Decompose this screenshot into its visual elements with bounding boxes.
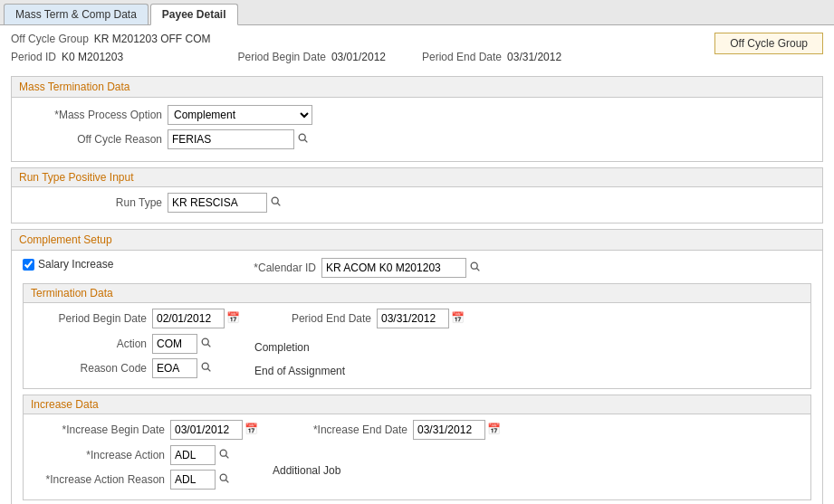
header-section: Off Cycle Group KR M201203 OFF COM Perio…: [11, 33, 823, 69]
calendar-id-input[interactable]: [321, 258, 466, 278]
main-content: Off Cycle Group KR M201203 OFF COM Perio…: [0, 25, 834, 504]
increase-begin-date-cal-icon[interactable]: 📅: [244, 423, 259, 437]
period-begin-date-label: Period Begin Date: [238, 51, 331, 63]
off-cycle-reason-label: Off Cycle Reason: [23, 133, 168, 146]
increase-data-header: Increase Data: [23, 395, 811, 414]
svg-point-2: [272, 197, 278, 204]
increase-action-description: Additional Job: [273, 464, 340, 477]
termination-data-body: Period Begin Date 📅 Period End Date 📅 Ac…: [23, 303, 811, 389]
increase-end-date-input[interactable]: [413, 420, 485, 440]
increase-action-reason-input[interactable]: [170, 470, 216, 490]
off-cycle-group-button[interactable]: Off Cycle Group: [714, 33, 823, 54]
svg-point-8: [202, 363, 208, 369]
period-id-value: K0 M201203: [62, 51, 123, 63]
svg-point-0: [299, 134, 305, 140]
off-cycle-reason-input[interactable]: [168, 129, 294, 149]
mass-termination-body: *Mass Process Option Complement Other Of…: [11, 97, 823, 162]
svg-line-13: [225, 480, 228, 482]
increase-data-body: *Increase Begin Date 📅 *Increase End Dat…: [23, 414, 811, 500]
off-cycle-group-value: KR M201203 OFF COM: [94, 33, 211, 45]
tab-mass-term[interactable]: Mass Term & Comp Data: [4, 4, 149, 24]
mass-termination-header: Mass Termination Data: [11, 76, 823, 97]
off-cycle-group-label: Off Cycle Group: [11, 33, 94, 45]
increase-action-search-icon[interactable]: [218, 448, 233, 462]
svg-line-5: [476, 268, 479, 271]
term-period-end-cal-icon[interactable]: 📅: [451, 311, 465, 326]
svg-line-11: [225, 455, 228, 458]
svg-line-9: [207, 368, 210, 371]
svg-line-7: [207, 344, 210, 347]
mass-process-option-label: *Mass Process Option: [23, 109, 168, 121]
reason-code-input[interactable]: [152, 358, 197, 378]
action-description: Completion: [254, 341, 345, 354]
svg-point-10: [220, 450, 226, 456]
calendar-id-label: *Calendar ID: [231, 262, 321, 274]
action-search-icon[interactable]: [200, 337, 215, 351]
period-id-label: Period ID: [11, 51, 62, 63]
action-label: Action: [34, 338, 152, 350]
calendar-id-search-icon[interactable]: [469, 261, 484, 275]
svg-point-12: [220, 474, 226, 480]
run-type-input[interactable]: [168, 193, 267, 213]
svg-point-6: [202, 338, 208, 345]
period-begin-date-value: 03/01/2012: [331, 51, 386, 63]
term-period-end-input[interactable]: [377, 309, 449, 328]
increase-end-date-label: *Increase End Date: [295, 423, 413, 436]
increase-end-date-cal-icon[interactable]: 📅: [487, 423, 502, 437]
run-type-label: Run Type: [23, 196, 168, 209]
tab-payee-detail[interactable]: Payee Detail: [150, 4, 238, 25]
termination-data-header: Termination Data: [23, 283, 811, 303]
run-type-header: Run Type Positive Input: [11, 167, 823, 187]
term-period-begin-input[interactable]: [152, 309, 225, 328]
svg-line-1: [304, 139, 307, 142]
complement-setup-body: Salary Increase *Calendar ID Termination…: [11, 250, 823, 504]
increase-action-reason-search-icon[interactable]: [218, 472, 233, 487]
increase-action-reason-label: *Increase Action Reason: [34, 473, 170, 486]
svg-point-4: [471, 262, 477, 269]
complement-setup-header: Complement Setup: [11, 229, 823, 250]
reason-code-label: Reason Code: [34, 362, 152, 375]
salary-increase-checkbox[interactable]: [23, 259, 34, 271]
run-type-body: Run Type: [11, 187, 823, 223]
term-period-begin-cal-icon[interactable]: 📅: [226, 311, 241, 326]
tabs-bar: Mass Term & Comp Data Payee Detail: [0, 0, 834, 25]
term-period-begin-label: Period Begin Date: [34, 312, 152, 325]
run-type-search-icon[interactable]: [270, 195, 284, 210]
reason-code-search-icon[interactable]: [200, 361, 215, 376]
action-input[interactable]: [152, 334, 197, 354]
increase-begin-date-label: *Increase Begin Date: [34, 423, 170, 436]
increase-begin-date-input[interactable]: [170, 420, 243, 440]
salary-increase-label: Salary Increase: [38, 258, 113, 271]
off-cycle-reason-search-icon[interactable]: [297, 132, 312, 147]
period-end-date-label: Period End Date: [422, 51, 507, 63]
reason-code-description: End of Assignment: [254, 365, 345, 377]
term-period-end-label: Period End Date: [277, 312, 377, 325]
svg-line-3: [277, 203, 280, 205]
mass-process-option-select[interactable]: Complement Other: [168, 105, 312, 125]
increase-action-input[interactable]: [170, 445, 216, 465]
period-end-date-value: 03/31/2012: [507, 51, 561, 63]
increase-action-label: *Increase Action: [34, 449, 170, 461]
